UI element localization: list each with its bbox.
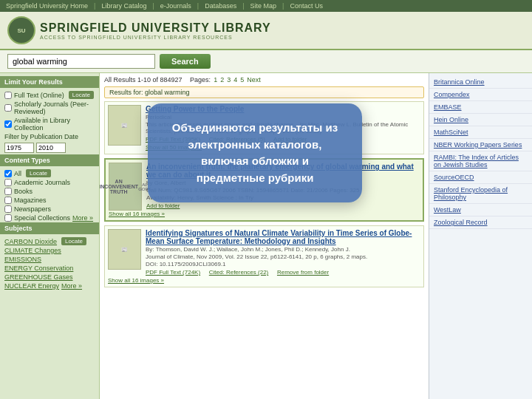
show-images-3[interactable]: Show all 16 images » [108, 277, 164, 284]
folder-link-2[interactable]: Add to folder [146, 202, 180, 209]
ct-more-link[interactable]: More » [72, 214, 93, 222]
subj-emissions-link[interactable]: EMISSIONS [4, 256, 41, 263]
rs-compendex[interactable]: Compendex [429, 89, 532, 101]
page-1-link[interactable]: 1 [214, 76, 217, 83]
page-5-link[interactable]: 5 [240, 76, 244, 83]
locate-carbon-btn[interactable]: Locate [61, 237, 86, 245]
rs-nber[interactable]: NBER Working Papers Series [429, 139, 532, 151]
rs-mathscinet[interactable]: MathSciNet [429, 126, 532, 139]
ct-magazines-label: Magazines [14, 197, 47, 204]
rs-embase[interactable]: EMBASE [429, 101, 532, 114]
nav-contact[interactable]: Contact Us [290, 2, 323, 10]
ct-academic-label: Academic Journals [14, 179, 70, 186]
sep3: | [197, 2, 199, 10]
search-query-label: Results for: global warming [104, 86, 424, 98]
nav-home[interactable]: Springfield University Home [6, 2, 88, 10]
rs-rambi[interactable]: RAMBI: The Index of Articles on Jewish S… [429, 151, 532, 171]
show-images-2[interactable]: Show all 16 images » [109, 211, 165, 217]
logo-icon: SU [7, 16, 35, 44]
site-subtitle: ACCESS TO SPRINGFIELD UNIVERSITY LIBRARY… [40, 35, 271, 40]
ct-all-label: All [14, 170, 21, 177]
search-input[interactable] [7, 54, 155, 69]
results-header: All Results 1-10 of 884927 Pages: 1 2 3 … [104, 76, 424, 83]
ct-newspapers[interactable]: Newspapers [0, 205, 99, 214]
cited-link-3[interactable]: Cited: References (22) [209, 269, 268, 276]
locate-all-btn[interactable]: Locate [26, 169, 51, 177]
content-types-title: Content Types [0, 154, 99, 166]
ct-magazines[interactable]: Magazines [0, 196, 99, 205]
subj-energy-link[interactable]: ENERGY Conservation [4, 265, 73, 272]
subj-emissions[interactable]: EMISSIONS [0, 255, 99, 264]
pdf-link-3[interactable]: PDF Full Text (724K) [146, 269, 200, 276]
subjects-title: Subjects [0, 222, 99, 234]
filter-scholarly-checkbox[interactable] [4, 104, 12, 112]
ct-books-label: Books [14, 188, 33, 195]
subj-greenhouse[interactable]: GREENHOUSE Gases [0, 273, 99, 282]
locate-fulltext-btn[interactable]: Locate [69, 91, 94, 99]
rs-stanford[interactable]: Stanford Encyclopedia of Philosophy [429, 184, 532, 204]
filter-scholarly-label: Scholarly Journals (Peer-Reviewed) [14, 100, 95, 115]
logo-text: SPRINGFIELD UNIVERSITY LIBRARY ACCESS TO… [40, 21, 271, 40]
filter-pub-date-label: Filter by Publication Date [4, 133, 78, 140]
date-from-input[interactable] [4, 143, 34, 153]
filter-fulltext[interactable]: Full Text (Online) Locate [0, 90, 99, 100]
nav-ejournals[interactable]: e-Journals [160, 2, 191, 10]
logo-area: SU SPRINGFIELD UNIVERSITY LIBRARY ACCESS… [7, 16, 271, 44]
page-3-link[interactable]: 3 [227, 76, 231, 83]
result-title-3[interactable]: Identifying Signatures of Natural Climat… [108, 229, 420, 245]
result-meta-3: Journal of Climate, Nov 2009, Vol. 22 Is… [108, 253, 420, 260]
filter-fulltext-label: Full Text (Online) [14, 92, 64, 99]
filter-library-label: Available in Library Collection [14, 117, 95, 132]
ct-all-checkbox[interactable] [4, 170, 12, 177]
sep5: | [282, 2, 284, 10]
page-4-link[interactable]: 4 [233, 76, 237, 83]
filter-library-checkbox[interactable] [4, 120, 12, 128]
subj-energy[interactable]: ENERGY Conservation [0, 264, 99, 273]
ct-books-checkbox[interactable] [4, 188, 12, 195]
sep2: | [152, 2, 154, 10]
ct-newspapers-checkbox[interactable] [4, 205, 12, 213]
filter-pub-date: Filter by Publication Date [0, 132, 99, 141]
ct-special[interactable]: Special Collections More » [0, 214, 99, 222]
next-link[interactable]: Next [247, 76, 261, 83]
ct-academic-checkbox[interactable] [4, 179, 12, 186]
nav-catalog[interactable]: Library Catalog [101, 2, 146, 10]
ct-magazines-checkbox[interactable] [4, 197, 12, 204]
rs-zoological[interactable]: Zoological Record [429, 216, 532, 229]
ct-all[interactable]: All Locate [0, 168, 99, 178]
date-to-input[interactable] [36, 143, 66, 153]
page-2-link[interactable]: 2 [220, 76, 224, 83]
subj-more-link[interactable]: More » [61, 282, 82, 290]
subj-climate[interactable]: CLIMATE Changes [0, 246, 99, 255]
tooltip-overlay: Объединяются результаты из электронных к… [148, 103, 362, 202]
top-nav: Springfield University Home | Library Ca… [0, 0, 532, 12]
rs-hein[interactable]: Hein Online [429, 114, 532, 126]
subj-carbon-link[interactable]: CARBON Dioxide [4, 238, 57, 245]
subj-greenhouse-link[interactable]: GREENHOUSE Gases [4, 273, 73, 281]
filter-library[interactable]: Available in Library Collection [0, 116, 99, 132]
folder-link-3[interactable]: Remove from folder [277, 269, 329, 276]
sep4: | [242, 2, 244, 10]
search-button[interactable]: Search [160, 54, 211, 69]
ct-academic[interactable]: Academic Journals [0, 178, 99, 187]
result-thumb-1: 📰 [108, 105, 141, 146]
nav-databases[interactable]: Databases [205, 2, 236, 10]
ct-special-checkbox[interactable] [4, 214, 12, 222]
subj-climate-link[interactable]: CLIMATE Changes [4, 247, 61, 254]
filter-fulltext-checkbox[interactable] [4, 92, 12, 99]
subj-nuclear-link[interactable]: NUCLEAR Energy [4, 282, 59, 290]
subj-nuclear[interactable]: NUCLEAR Energy More » [0, 282, 99, 290]
nav-sitemap[interactable]: Site Map [250, 2, 277, 10]
result-item-3: 📰 Identifying Signatures of Natural Clim… [104, 225, 424, 287]
results-summary: All Results 1-10 of 884927 [104, 76, 183, 83]
rs-sourceoecd[interactable]: SourceOECD [429, 171, 532, 184]
result-images-3: Show all 16 images » [108, 277, 420, 284]
rs-britannica[interactable]: Britannica Online [429, 76, 532, 89]
result-thumb-2: ANINCONVENIENTTRUTH AL GORE [109, 163, 142, 211]
ct-books[interactable]: Books [0, 187, 99, 196]
subj-carbon[interactable]: CARBON Dioxide Locate [0, 236, 99, 246]
filter-scholarly[interactable]: Scholarly Journals (Peer-Reviewed) [0, 100, 99, 116]
result-actions-2: Add to folder [109, 202, 420, 209]
result-author-3: By: Thomson, David W. J.; Wallace, John … [108, 246, 420, 253]
rs-westlaw[interactable]: WestLaw [429, 204, 532, 216]
